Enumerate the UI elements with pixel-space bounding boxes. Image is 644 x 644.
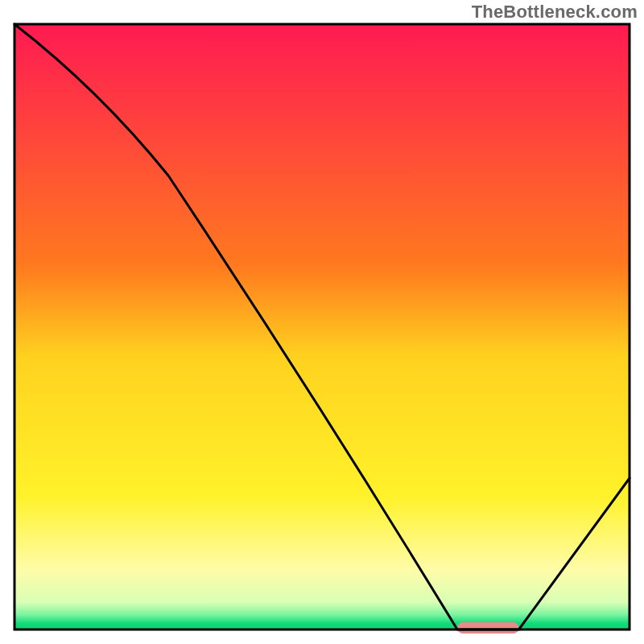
chart-container: TheBottleneck.com: [0, 0, 644, 644]
optimal-range-marker: [457, 622, 518, 634]
watermark-text: TheBottleneck.com: [472, 2, 638, 23]
chart-background: [14, 24, 630, 630]
bottleneck-chart: [0, 0, 644, 644]
